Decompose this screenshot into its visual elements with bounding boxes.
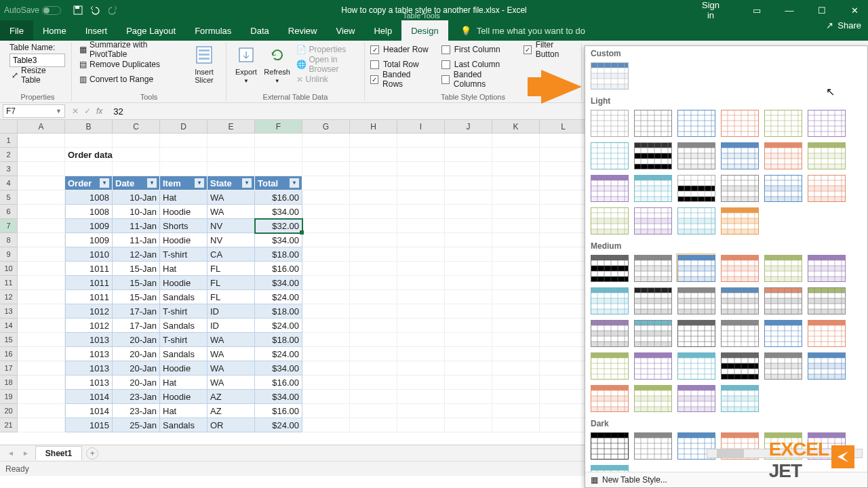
cell[interactable] bbox=[540, 219, 587, 233]
row-header[interactable]: 15 bbox=[0, 333, 18, 347]
export-button[interactable]: Export▼ bbox=[232, 43, 260, 84]
cell[interactable]: Hoodie bbox=[160, 390, 208, 404]
cell[interactable]: 1013 bbox=[65, 375, 113, 390]
cell[interactable] bbox=[492, 290, 540, 304]
cell[interactable]: 17-Jan bbox=[113, 319, 160, 333]
save-icon[interactable] bbox=[73, 5, 83, 15]
column-header[interactable]: B bbox=[65, 120, 113, 133]
table-style-swatch[interactable] bbox=[719, 351, 759, 380]
cell[interactable]: 10-Jan bbox=[113, 190, 160, 205]
cell[interactable] bbox=[18, 347, 65, 361]
tab-home[interactable]: Home bbox=[33, 20, 76, 41]
cell[interactable]: 20-Jan bbox=[113, 375, 160, 390]
name-box[interactable]: F7▼ bbox=[3, 104, 65, 118]
cell[interactable] bbox=[540, 148, 587, 162]
cell[interactable] bbox=[397, 205, 445, 219]
cell[interactable] bbox=[540, 276, 587, 290]
cell[interactable] bbox=[160, 148, 208, 162]
cell[interactable] bbox=[208, 134, 255, 148]
cell[interactable]: T-shirt bbox=[160, 333, 208, 347]
row-header[interactable]: 6 bbox=[0, 205, 18, 219]
table-style-swatch[interactable] bbox=[676, 141, 715, 169]
cell[interactable] bbox=[445, 148, 492, 162]
row-header[interactable]: 19 bbox=[0, 390, 18, 404]
cell[interactable] bbox=[445, 190, 492, 205]
cell[interactable] bbox=[18, 190, 65, 205]
cell[interactable]: T-shirt bbox=[160, 247, 208, 262]
table-style-swatch[interactable] bbox=[806, 174, 846, 202]
first-column-check[interactable]: First Column bbox=[441, 43, 511, 56]
cell[interactable] bbox=[302, 134, 350, 148]
cell[interactable] bbox=[492, 148, 540, 162]
minimize-icon[interactable]: — bbox=[780, 5, 799, 16]
autosave-toggle[interactable]: AutoSave bbox=[4, 5, 61, 15]
cell[interactable] bbox=[113, 134, 160, 148]
cell[interactable] bbox=[397, 304, 445, 319]
table-style-swatch[interactable] bbox=[719, 319, 759, 347]
cell[interactable] bbox=[540, 418, 587, 432]
cell[interactable] bbox=[350, 276, 397, 290]
table-style-swatch[interactable] bbox=[763, 108, 802, 137]
cell[interactable] bbox=[350, 233, 397, 247]
cell[interactable] bbox=[397, 176, 445, 190]
cell[interactable] bbox=[160, 162, 208, 176]
cell[interactable] bbox=[18, 233, 65, 247]
cell[interactable] bbox=[18, 276, 65, 290]
cell[interactable] bbox=[397, 247, 445, 262]
column-header[interactable]: H bbox=[350, 120, 397, 133]
cell[interactable] bbox=[540, 304, 587, 319]
cell[interactable] bbox=[18, 134, 65, 148]
row-header[interactable]: 2 bbox=[0, 148, 18, 162]
cell[interactable] bbox=[302, 247, 350, 262]
table-style-swatch[interactable] bbox=[676, 319, 715, 347]
cell[interactable]: 1015 bbox=[65, 418, 113, 432]
table-style-swatch[interactable] bbox=[806, 253, 846, 282]
cell[interactable] bbox=[350, 219, 397, 233]
cell[interactable] bbox=[302, 418, 350, 432]
row-header[interactable]: 11 bbox=[0, 276, 18, 290]
cell[interactable] bbox=[255, 134, 302, 148]
cell[interactable]: Shorts bbox=[160, 219, 208, 233]
cell[interactable]: CA bbox=[208, 247, 255, 262]
cell[interactable]: $16.00 bbox=[255, 262, 302, 276]
cell[interactable]: WA bbox=[208, 375, 255, 390]
table-style-swatch[interactable] bbox=[633, 141, 672, 169]
cell[interactable] bbox=[492, 390, 540, 404]
table-style-swatch[interactable] bbox=[589, 286, 629, 314]
table-style-swatch[interactable] bbox=[589, 174, 629, 202]
cell[interactable] bbox=[302, 176, 350, 190]
cell[interactable] bbox=[208, 148, 255, 162]
cell[interactable]: WA bbox=[208, 190, 255, 205]
tab-file[interactable]: File bbox=[0, 20, 33, 41]
cell[interactable]: FL bbox=[208, 290, 255, 304]
table-style-swatch[interactable] bbox=[676, 384, 715, 412]
table-style-swatch[interactable] bbox=[763, 141, 802, 169]
cell[interactable] bbox=[302, 162, 350, 176]
cell[interactable] bbox=[540, 205, 587, 219]
insert-slicer-button[interactable]: Insert Slicer bbox=[188, 43, 220, 84]
cell[interactable] bbox=[255, 162, 302, 176]
table-style-swatch[interactable] bbox=[633, 351, 672, 380]
table-style-swatch[interactable] bbox=[589, 319, 629, 347]
cell[interactable] bbox=[492, 361, 540, 375]
cancel-icon[interactable]: ✕ bbox=[72, 106, 79, 116]
tab-page-layout[interactable]: Page Layout bbox=[117, 20, 185, 41]
table-style-swatch[interactable] bbox=[633, 384, 672, 412]
cell[interactable]: Sandals bbox=[160, 347, 208, 361]
cell[interactable]: $34.00 bbox=[255, 205, 302, 219]
cell[interactable] bbox=[302, 361, 350, 375]
cell[interactable] bbox=[350, 319, 397, 333]
row-header[interactable]: 9 bbox=[0, 247, 18, 262]
tell-me-search[interactable]: 💡 Tell me what you want to do bbox=[460, 20, 585, 41]
table-style-swatch[interactable] bbox=[806, 108, 846, 137]
tab-data[interactable]: Data bbox=[241, 20, 278, 41]
cell[interactable]: $18.00 bbox=[255, 333, 302, 347]
cell[interactable]: 1011 bbox=[65, 276, 113, 290]
table-style-swatch[interactable] bbox=[719, 108, 759, 137]
cell[interactable] bbox=[397, 375, 445, 390]
cell[interactable]: $16.00 bbox=[255, 375, 302, 390]
cell[interactable]: WA bbox=[208, 347, 255, 361]
table-style-swatch[interactable] bbox=[763, 253, 802, 282]
cell[interactable]: OR bbox=[208, 418, 255, 432]
cell[interactable] bbox=[18, 162, 65, 176]
